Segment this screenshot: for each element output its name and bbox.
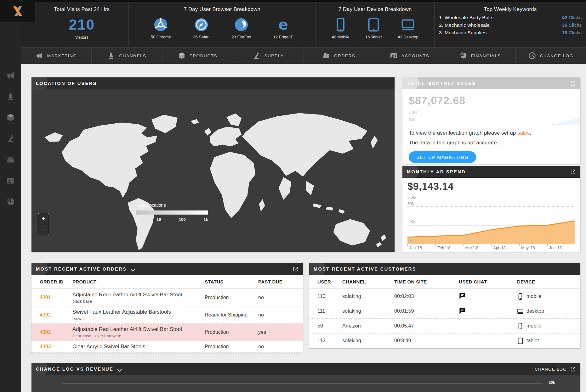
x-tick-label: Jun '18 — [547, 244, 575, 250]
topbar-visits: Total Visits Past 24 Hrs 210 Visitors — [21, 2, 128, 47]
sales-amount: $87,072.68 — [409, 94, 574, 107]
keyword-clicks: 36 — [562, 22, 567, 28]
order-product: Swivel Faux Leather Adjustable Barstools — [72, 309, 205, 315]
order-variant: black base — [72, 299, 205, 304]
browser-icon: e — [276, 18, 290, 32]
nav-item[interactable]: CHANNELS — [91, 48, 162, 64]
order-row: 4392 Swivel Faux Leather Adjustable Bars… — [31, 306, 303, 324]
map-zoom-controls: + - — [38, 213, 49, 235]
chevron-down-icon[interactable] — [117, 367, 122, 371]
sidebar-nav-icon[interactable] — [6, 198, 15, 206]
adspend-panel-title: MONTHLY AD SPEND — [407, 169, 466, 174]
user-locations-legend: User Locations 1101001k — [136, 203, 208, 222]
dashboard-page: Total Visits Past 24 Hrs 210 Visitors 7 … — [0, 0, 586, 392]
order-row: 4392 Adjustable Red Leather Airlift Swiv… — [31, 324, 303, 341]
browser-icon — [154, 18, 168, 32]
customer-row: 111 sofaking 00:01:59 desktop — [309, 304, 580, 319]
order-past-due: no — [258, 295, 303, 300]
x-tick-label: Jan '18 — [407, 244, 435, 250]
nav-item[interactable]: ACCOUNTS — [374, 48, 445, 64]
x-tick-label: Feb '18 — [435, 244, 464, 250]
sales-disabled-preview: $87,072.68 USD 50k — [402, 89, 580, 125]
sales-mini-chart — [546, 117, 580, 125]
customer-device-icon — [517, 308, 524, 315]
adspend-area-chart — [407, 207, 575, 244]
browser-icon — [234, 18, 248, 32]
keyword-clicks: 42 — [562, 15, 567, 20]
order-status: Production — [205, 329, 258, 335]
nav-item-icon — [322, 52, 330, 59]
keyword-row: 3. Mechanic Supplies 18Clicks — [439, 30, 582, 36]
device-title: 7 Day User Device Breakdown — [316, 6, 434, 12]
browser-stat: 36 Safari — [193, 18, 209, 39]
browser-icon — [194, 18, 208, 32]
customer-device-label: mobile — [526, 294, 541, 299]
sales-setup-link[interactable]: sales — [517, 130, 530, 136]
sidebar-nav-icon[interactable] — [6, 92, 15, 101]
x-tick-label: Apr '18 — [491, 244, 519, 250]
device-stat: 42 Desktop — [398, 18, 418, 39]
map-zoom-out-button[interactable]: - — [38, 224, 49, 235]
order-status: Production — [205, 344, 258, 350]
customer-time-on-site: 00:01:59 — [394, 308, 459, 314]
external-link-icon[interactable] — [293, 266, 299, 272]
nav-item[interactable]: MARKETING — [21, 48, 91, 64]
customer-row: 110 sofaking 00:02:03 mobile — [309, 289, 580, 304]
topbar: Total Visits Past 24 Hrs 210 Visitors 7 … — [21, 2, 586, 47]
order-id-link[interactable]: 4392 — [40, 329, 51, 335]
nav-item-icon — [107, 52, 115, 59]
sidebar-nav-icon[interactable] — [6, 113, 15, 122]
order-id-link[interactable]: 4391 — [40, 295, 51, 300]
nav-item[interactable]: FINANCIALS — [445, 48, 515, 64]
customer-device-icon — [517, 293, 524, 300]
nav-item[interactable]: CHANGE LOG — [515, 48, 586, 64]
external-link-icon[interactable] — [570, 169, 576, 175]
sidebar-nav-icon[interactable] — [6, 176, 15, 185]
order-past-due: no — [258, 344, 303, 350]
visits-title: Total Visits Past 24 Hrs — [35, 6, 128, 12]
device-icon — [367, 18, 381, 32]
sales-panel-title: TOTAL MONTHLY SALES — [407, 81, 476, 86]
external-link-icon[interactable] — [570, 81, 576, 87]
orders-panel-title: MOST RECENT ACTIVE ORDERS — [36, 266, 127, 272]
app-logo[interactable] — [0, 0, 35, 22]
visits-label: Visitors — [75, 35, 88, 40]
topbar-device-breakdown: 7 Day User Device Breakdown 40 Mobile 16… — [316, 2, 434, 47]
no-chat-dash: - — [459, 323, 460, 328]
nav-item-icon — [459, 52, 467, 59]
order-id-link[interactable]: 4392 — [40, 312, 51, 317]
sales-notice-line1: To view the user location graph please s… — [409, 130, 574, 136]
device-icon — [333, 18, 348, 32]
nav-item[interactable]: ORDERS — [304, 48, 374, 64]
customer-device-label: desktop — [526, 308, 544, 314]
map-zoom-in-button[interactable]: + — [38, 213, 49, 224]
sidebar-nav-icon[interactable] — [6, 71, 15, 80]
set-up-marketing-button[interactable]: SET UP MARKETING — [409, 151, 476, 163]
customer-channel: sofaking — [342, 308, 394, 314]
customer-device-label: tablet — [526, 338, 539, 344]
content: LOCATION OF USERS — [21, 64, 586, 392]
external-link-icon[interactable] — [570, 366, 576, 372]
nav-item[interactable]: SUPPLY — [233, 48, 303, 64]
order-product: Clear Acrylic Swivel Bar Stools — [72, 344, 205, 350]
browser-title: 7 Day User Browser Breakdown — [129, 6, 316, 12]
nav-item-icon — [253, 52, 260, 59]
customer-channel: sofaking — [342, 294, 394, 299]
adspend-y-label-0k: 0k — [408, 238, 412, 243]
nav-item[interactable]: PRODUCTS — [162, 48, 233, 64]
keyword-row: 2. Mechanic wholesale 36Clicks — [439, 22, 582, 28]
order-past-due: no — [258, 312, 303, 318]
browser-stat: e 12 Edge/IE — [273, 18, 293, 39]
changelog-chart-area: 20k — [31, 375, 580, 392]
sidebar-nav-icon[interactable] — [6, 155, 15, 164]
sidebar-nav-icon[interactable] — [6, 134, 15, 143]
chevron-down-icon[interactable] — [130, 267, 135, 271]
customer-device-icon — [517, 322, 524, 330]
change-log-link[interactable]: CHANGE LOG — [535, 367, 567, 372]
device-stat: 16 Tablet — [365, 18, 382, 39]
order-variant: brown — [72, 316, 205, 321]
order-id-link[interactable]: 4393 — [40, 344, 51, 349]
world-map[interactable] — [31, 89, 395, 252]
order-product: Adjustable Red Leather Airlift Swivel Ba… — [72, 326, 205, 333]
customer-device-label: mobile — [526, 323, 541, 329]
